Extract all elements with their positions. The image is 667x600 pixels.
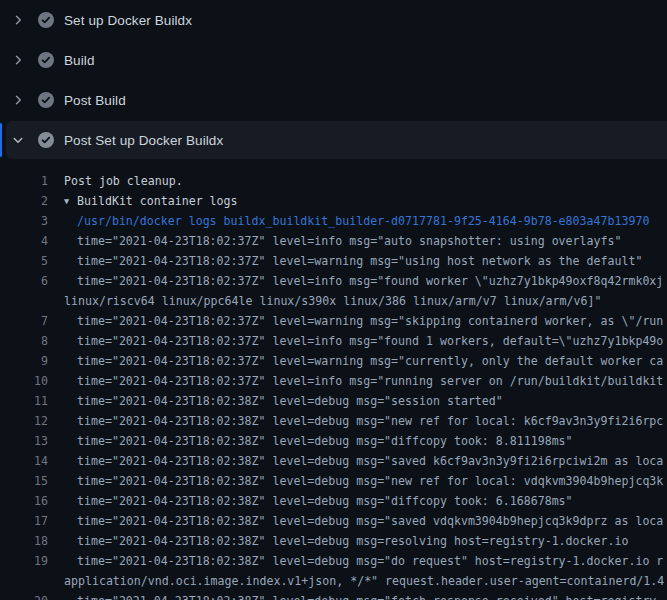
log-line: 17time="2021-04-23T18:02:38Z" level=debu… [0, 511, 667, 531]
line-number[interactable]: 8 [0, 331, 48, 351]
line-number[interactable]: 4 [0, 231, 48, 251]
log-text: time="2021-04-23T18:02:37Z" level=info m… [77, 271, 663, 291]
log-text: time="2021-04-23T18:02:38Z" level=debug … [77, 551, 663, 571]
log-text: time="2021-04-23T18:02:38Z" level=debug … [77, 591, 663, 600]
log-line: 6time="2021-04-23T18:02:37Z" level=info … [0, 271, 667, 291]
check-circle-icon [38, 52, 54, 68]
log-line: 13time="2021-04-23T18:02:38Z" level=debu… [0, 431, 667, 451]
log-text: time="2021-04-23T18:02:37Z" level=info m… [77, 331, 663, 351]
steps-list: Set up Docker Buildx Build Post Build [0, 0, 667, 159]
step-label: Post Build [64, 93, 126, 108]
line-number [0, 291, 48, 311]
log-text: time="2021-04-23T18:02:38Z" level=debug … [77, 511, 663, 531]
chevron-down-icon[interactable] [10, 132, 26, 148]
line-number[interactable]: 3 [0, 211, 48, 231]
log-text: time="2021-04-23T18:02:38Z" level=debug … [77, 491, 573, 511]
step-build[interactable]: Build [0, 40, 667, 80]
line-number[interactable]: 17 [0, 511, 48, 531]
line-number[interactable]: 5 [0, 251, 48, 271]
log-line: 19time="2021-04-23T18:02:38Z" level=debu… [0, 551, 667, 571]
log-line: 8time="2021-04-23T18:02:37Z" level=info … [0, 331, 667, 351]
line-number[interactable]: 10 [0, 371, 48, 391]
line-number[interactable]: 20 [0, 591, 48, 600]
step-label: Set up Docker Buildx [64, 13, 192, 28]
actions-log-viewer: Set up Docker Buildx Build Post Build [0, 0, 667, 600]
log-text: time="2021-04-23T18:02:37Z" level=warnin… [77, 311, 663, 331]
log-line: 18time="2021-04-23T18:02:38Z" level=debu… [0, 531, 667, 551]
log-line: 14time="2021-04-23T18:02:38Z" level=debu… [0, 451, 667, 471]
log-line: 4time="2021-04-23T18:02:37Z" level=info … [0, 231, 667, 251]
check-circle-icon [38, 132, 54, 148]
line-number[interactable]: 13 [0, 431, 48, 451]
step-post-set-up-docker-buildx[interactable]: Post Set up Docker Buildx [6, 121, 667, 159]
line-number[interactable]: 1 [0, 171, 48, 191]
line-number[interactable]: 16 [0, 491, 48, 511]
log-line: 15time="2021-04-23T18:02:38Z" level=debu… [0, 471, 667, 491]
log-text: time="2021-04-23T18:02:37Z" level=info m… [77, 371, 663, 391]
line-number[interactable]: 2 [0, 191, 48, 211]
line-number[interactable]: 12 [0, 411, 48, 431]
log-line: 2▼BuildKit container logs [0, 191, 667, 211]
log-text: time="2021-04-23T18:02:37Z" level=warnin… [77, 351, 663, 371]
step-set-up-docker-buildx[interactable]: Set up Docker Buildx [0, 0, 667, 40]
log-text: time="2021-04-23T18:02:38Z" level=debug … [77, 531, 628, 551]
log-line: 1Post job cleanup. [0, 171, 667, 191]
log-line: 9time="2021-04-23T18:02:37Z" level=warni… [0, 351, 667, 371]
check-circle-icon [38, 92, 54, 108]
check-circle-icon [38, 12, 54, 28]
log-line: 16time="2021-04-23T18:02:38Z" level=debu… [0, 491, 667, 511]
log-line-continuation: linux/riscv64 linux/ppc64le linux/s390x … [0, 291, 667, 311]
log-line: 12time="2021-04-23T18:02:38Z" level=debu… [0, 411, 667, 431]
log-line: 3/usr/bin/docker logs buildx_buildkit_bu… [0, 211, 667, 231]
chevron-right-icon[interactable] [10, 12, 26, 28]
group-title[interactable]: BuildKit container logs [77, 194, 238, 208]
line-number[interactable]: 6 [0, 271, 48, 291]
log-text: linux/riscv64 linux/ppc64le linux/s390x … [64, 291, 601, 311]
log-line: 7time="2021-04-23T18:02:37Z" level=warni… [0, 311, 667, 331]
log-line: 11time="2021-04-23T18:02:38Z" level=debu… [0, 391, 667, 411]
line-number[interactable]: 14 [0, 451, 48, 471]
log-text: time="2021-04-23T18:02:38Z" level=debug … [77, 391, 503, 411]
line-number [0, 571, 48, 591]
log-line: 5time="2021-04-23T18:02:37Z" level=warni… [0, 251, 667, 271]
chevron-right-icon[interactable] [10, 92, 26, 108]
log-text: time="2021-04-23T18:02:38Z" level=debug … [77, 431, 573, 451]
log-text: application/vnd.oci.image.index.v1+json,… [64, 571, 664, 591]
chevron-right-icon[interactable] [10, 52, 26, 68]
step-label: Post Set up Docker Buildx [64, 133, 223, 148]
log-text: Post job cleanup. [64, 171, 183, 191]
log-text: ▼BuildKit container logs [64, 191, 238, 211]
log-line-continuation: application/vnd.oci.image.index.v1+json,… [0, 571, 667, 591]
active-step-indicator [0, 123, 2, 157]
step-post-build[interactable]: Post Build [0, 80, 667, 120]
log-text: /usr/bin/docker logs buildx_buildkit_bui… [77, 211, 649, 231]
line-number[interactable]: 18 [0, 531, 48, 551]
log-text: time="2021-04-23T18:02:38Z" level=debug … [77, 451, 663, 471]
log-text: time="2021-04-23T18:02:38Z" level=debug … [77, 411, 663, 431]
step-label: Build [64, 53, 95, 68]
log-text: time="2021-04-23T18:02:37Z" level=warnin… [77, 251, 642, 271]
group-collapse-icon[interactable]: ▼ [64, 191, 77, 211]
line-number[interactable]: 7 [0, 311, 48, 331]
line-number[interactable]: 9 [0, 351, 48, 371]
log-area: 1Post job cleanup.2▼BuildKit container l… [0, 160, 667, 600]
line-number[interactable]: 19 [0, 551, 48, 571]
log-line: 20time="2021-04-23T18:02:38Z" level=debu… [0, 591, 667, 600]
log-text: time="2021-04-23T18:02:38Z" level=debug … [77, 471, 663, 491]
log-line: 10time="2021-04-23T18:02:37Z" level=info… [0, 371, 667, 391]
log-text: time="2021-04-23T18:02:37Z" level=info m… [77, 231, 621, 251]
line-number[interactable]: 11 [0, 391, 48, 411]
line-number[interactable]: 15 [0, 471, 48, 491]
